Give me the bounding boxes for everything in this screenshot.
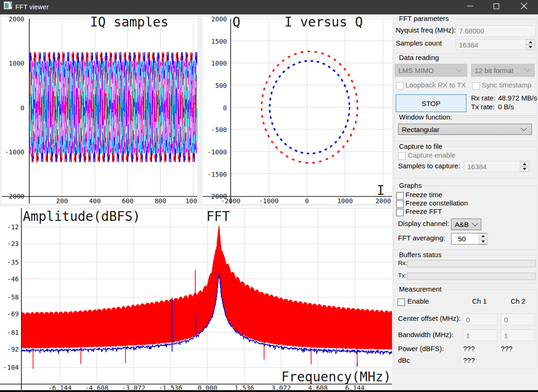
center-offset-ch2-input[interactable]: 0 — [501, 313, 535, 326]
maximize-icon — [494, 4, 499, 9]
y-axis-caption: Q — [232, 17, 240, 30]
tick-label: -4,608 — [85, 384, 109, 390]
tick-label: 800 — [154, 197, 166, 204]
rx-buffer-label: Rx: — [398, 259, 407, 266]
capture-enable-label: Capture enable — [408, 152, 456, 159]
close-button[interactable] — [511, 0, 537, 12]
freeze-fft-checkbox[interactable] — [396, 209, 404, 216]
tick-label: -6,144 — [48, 384, 72, 390]
sync-timestamp-checkbox[interactable] — [472, 82, 480, 90]
chevron-down-icon — [525, 66, 531, 72]
tick-label: 3,072 — [272, 384, 291, 390]
iq-samples-plot[interactable]: 200010000-1000-20002004006008001000IQ sa… — [2, 17, 197, 204]
spin-down-button[interactable] — [520, 166, 529, 172]
fft-viewer-window: FFT viewer 200010000-1000-20002004006008… — [0, 0, 538, 392]
tx-buffer-label: Tx: — [398, 272, 406, 279]
capture-enable-checkbox[interactable] — [398, 153, 405, 160]
spin-down-button[interactable] — [526, 45, 535, 50]
tick-label: -1000 — [207, 148, 227, 156]
control-panel: FFT parameters Nyquist freq (MHz): 7.680… — [392, 14, 538, 390]
tick-label: -81 — [7, 329, 19, 336]
series-channel-A-spectrum — [21, 226, 392, 350]
measurement-enable-label: Enable — [407, 298, 429, 305]
spin-down-button[interactable] — [478, 239, 487, 245]
tick-label: 2000 — [9, 17, 25, 23]
tick-label: -3,072 — [122, 384, 146, 390]
tick-label: -35 — [7, 259, 19, 266]
window-title: FFT viewer — [15, 3, 49, 11]
rx-buffer-progressbar — [407, 260, 536, 267]
freeze-constellation-label: Freeze constellation — [405, 199, 468, 206]
center-offset-label: Center offset (MHz): — [398, 315, 461, 322]
stop-button[interactable]: STOP — [396, 94, 466, 112]
x-axis-caption: Frequency(MHz) — [281, 369, 391, 385]
tick-label: -1500 — [207, 171, 227, 178]
samples-to-capture-spinner[interactable] — [520, 161, 529, 172]
group-title-data-reading: Data reading — [397, 54, 441, 61]
freeze-time-checkbox[interactable] — [396, 192, 404, 199]
measurement-enable-checkbox[interactable] — [398, 299, 405, 306]
center-offset-ch1-input[interactable]: 0 — [463, 313, 498, 326]
device-mode-combo[interactable]: LMS MIMO — [395, 64, 467, 77]
chevron-down-icon — [521, 125, 527, 131]
rx-rate-value: 48.972 MB/s — [498, 94, 537, 101]
arrow-down-icon — [481, 240, 485, 243]
tick-label: -2000 — [221, 197, 240, 204]
tick-label: -2000 — [5, 193, 24, 200]
tick-label: 600 — [122, 197, 133, 204]
spin-up-button[interactable] — [478, 233, 487, 239]
window-function-value: Rectangular — [402, 126, 439, 133]
arrow-down-icon — [529, 46, 532, 48]
maximize-button[interactable] — [483, 0, 510, 12]
tick-label: 1,536 — [234, 384, 254, 390]
tick-label: -23 — [7, 240, 19, 247]
loopback-checkbox[interactable] — [396, 82, 404, 90]
window-function-combo[interactable]: Rectangular — [398, 124, 532, 135]
nyquist-freq-input[interactable]: 7.68000 — [456, 25, 536, 37]
minimize-button[interactable] — [457, 0, 483, 12]
samples-count-label: Samples count — [396, 40, 442, 47]
spin-up-button[interactable] — [520, 161, 529, 166]
tick-label: -69 — [7, 310, 19, 318]
y-axis-caption: Amplitude(dBFS) — [23, 209, 140, 224]
bandwidth-label: Bandwidth (MHz): — [398, 331, 453, 338]
group-title-capture-to-file: Capture to file — [397, 143, 444, 150]
tick-label: 0,000 — [198, 384, 217, 390]
sample-format-combo[interactable]: 12 bit format — [471, 64, 535, 77]
tick-label: -1000 — [259, 197, 279, 204]
arrow-up-icon — [529, 41, 532, 43]
sync-timestamp-label: Sync timestamp — [482, 81, 531, 88]
tick-label: 6,144 — [345, 384, 365, 390]
constellation-plot[interactable]: 2000150010005000-500-1000-1500-2000-2000… — [203, 17, 392, 204]
spin-up-button[interactable] — [526, 40, 535, 45]
tick-label: -92 — [7, 345, 19, 353]
display-channel-combo[interactable]: A&B — [451, 219, 481, 230]
samples-count-spinner[interactable] — [526, 40, 535, 50]
dbc-ch1-value: ??? — [463, 357, 475, 364]
samples-count-input[interactable]: 16384 — [456, 39, 536, 50]
fft-averaging-label: FFT averaging: — [398, 234, 445, 241]
freeze-constellation-checkbox[interactable] — [396, 200, 404, 208]
tick-label: -12 — [7, 223, 19, 231]
tick-label: 500 — [215, 82, 227, 89]
fft-averaging-spinner[interactable] — [478, 233, 487, 244]
tick-label: 0 — [20, 104, 24, 112]
chevron-down-icon — [456, 66, 462, 72]
tx-buffer-progressbar — [407, 272, 536, 280]
chart-title: FFT — [206, 209, 230, 224]
group-title-measurement: Measurement — [397, 286, 444, 293]
device-mode-value: LMS MIMO — [399, 66, 434, 74]
tick-label: 0 — [223, 104, 227, 112]
tick-label: -58 — [7, 293, 19, 301]
bandwidth-ch1-input[interactable]: 1 — [463, 329, 498, 341]
tick-label: 200 — [56, 197, 68, 204]
chart-title: IQ samples — [90, 17, 169, 30]
bandwidth-ch2-input[interactable]: 1 — [501, 329, 535, 341]
tick-label: 1500 — [211, 38, 227, 45]
fft-plot[interactable]: -12-23-35-46-58-69-81-92-104-6,144-4,608… — [0, 206, 392, 390]
tick-label: 1000 — [9, 60, 25, 67]
chart-title: I versus Q — [285, 17, 363, 30]
tx-rate-label: Tx rate: — [471, 103, 495, 110]
nyquist-freq-label: Nyquist freq (MHz): — [396, 27, 456, 33]
freeze-time-label: Freeze time — [405, 191, 442, 198]
